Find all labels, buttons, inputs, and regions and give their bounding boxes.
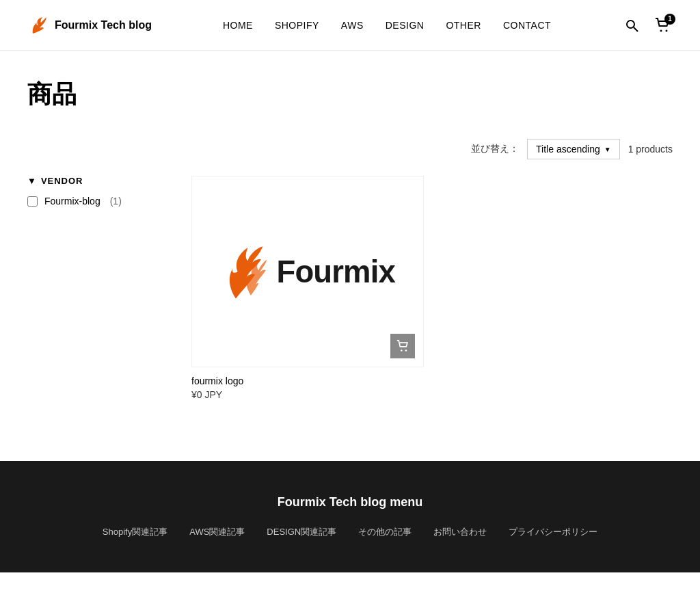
footer: Fourmix Tech blog menu Shopify関連記事 AWS関連… — [0, 461, 700, 572]
sort-label: 並び替え： — [471, 143, 519, 155]
product-image-wrap: Fourmix — [191, 176, 424, 367]
product-name: fourmix logo — [191, 375, 424, 386]
chevron-down-icon: ▼ — [604, 146, 611, 153]
svg-line-1 — [634, 27, 638, 31]
filter-arrow-icon: ▼ — [27, 176, 37, 186]
products-grid: Fourmix fourmix logo ¥0 JPY — [191, 176, 673, 400]
sidebar: ▼ VENDOR Fourmix-blog (1) — [27, 176, 164, 400]
vendor-filter-title[interactable]: ▼ VENDOR — [27, 176, 164, 186]
sort-value: Title ascending — [536, 144, 600, 155]
nav-aws[interactable]: AWS — [341, 20, 364, 31]
vendor-label: VENDOR — [41, 176, 83, 186]
nav-other[interactable]: OTHER — [446, 20, 481, 31]
footer-link-contact[interactable]: お問い合わせ — [433, 526, 487, 538]
add-to-cart-button[interactable] — [390, 334, 415, 358]
vendor-filter: ▼ VENDOR Fourmix-blog (1) — [27, 176, 164, 207]
page-title: 商品 — [27, 78, 673, 111]
vendor-name: Fourmix-blog — [44, 196, 100, 207]
footer-link-shopify[interactable]: Shopify関連記事 — [103, 526, 167, 538]
svg-text:Fourmix: Fourmix — [277, 254, 396, 289]
nav-design[interactable]: DESIGN — [386, 20, 425, 31]
logo-link[interactable]: Fourmix Tech blog — [27, 14, 152, 36]
footer-link-design[interactable]: DESIGN関連記事 — [267, 526, 336, 538]
cart-badge: 1 — [664, 14, 675, 25]
svg-point-3 — [666, 29, 668, 31]
nav-home[interactable]: HOME — [223, 20, 253, 31]
svg-point-5 — [401, 349, 402, 351]
footer-link-aws[interactable]: AWS関連記事 — [189, 526, 245, 538]
cart-add-icon — [396, 340, 409, 352]
footer-link-other[interactable]: その他の記事 — [358, 526, 412, 538]
footer-title: Fourmix Tech blog menu — [27, 495, 673, 510]
header: Fourmix Tech blog HOME SHOPIFY AWS DESIG… — [0, 0, 700, 51]
nav-shopify[interactable]: SHOPIFY — [275, 20, 319, 31]
sort-bar: 並び替え： Title ascending ▼ 1 products — [27, 139, 673, 159]
search-button[interactable] — [622, 16, 641, 35]
content-area: ▼ VENDOR Fourmix-blog (1) — [27, 176, 673, 400]
cart-button[interactable]: 1 — [652, 15, 673, 36]
svg-point-6 — [405, 349, 407, 351]
products-count: 1 products — [628, 144, 673, 155]
vendor-checkbox[interactable] — [27, 196, 38, 207]
main-content: 商品 並び替え： Title ascending ▼ 1 products ▼ … — [0, 51, 700, 461]
svg-point-0 — [627, 21, 634, 28]
vendor-filter-item: Fourmix-blog (1) — [27, 196, 164, 207]
footer-nav: Shopify関連記事 AWS関連記事 DESIGN関連記事 その他の記事 お問… — [27, 526, 673, 538]
product-price: ¥0 JPY — [191, 389, 424, 400]
search-icon — [625, 18, 638, 32]
vendor-count: (1) — [110, 196, 122, 207]
main-nav: HOME SHOPIFY AWS DESIGN OTHER CONTACT — [223, 20, 551, 31]
footer-link-privacy[interactable]: プライバシーポリシー — [509, 526, 597, 538]
product-image: Fourmix — [212, 230, 403, 313]
svg-point-2 — [660, 29, 662, 31]
logo-icon — [27, 14, 49, 36]
nav-contact[interactable]: CONTACT — [503, 20, 551, 31]
logo-text: Fourmix Tech blog — [55, 19, 152, 31]
product-card[interactable]: Fourmix fourmix logo ¥0 JPY — [191, 176, 424, 400]
sort-select[interactable]: Title ascending ▼ — [527, 139, 620, 159]
header-icons: 1 — [622, 15, 673, 36]
